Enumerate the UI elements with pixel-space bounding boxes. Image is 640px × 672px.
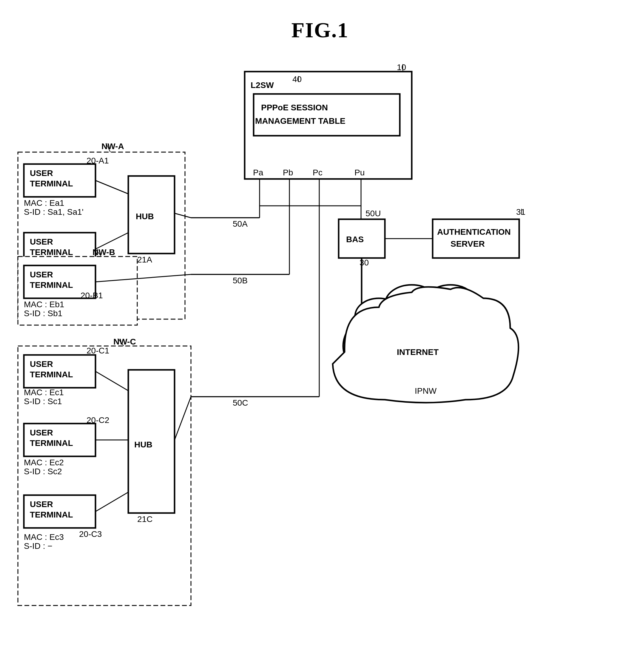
terminal-20c3-mac: MAC : Ec3: [24, 532, 64, 542]
terminal-20b1-label1: USER: [30, 270, 53, 279]
link-50c-label: 50C: [233, 398, 248, 407]
auth-server-id: 31: [516, 207, 525, 217]
nw-c-label: NW-C: [113, 337, 136, 346]
terminal-20c2-label2: TERMINAL: [30, 438, 73, 448]
internet-cloud: INTERNET IPNW: [333, 285, 519, 403]
terminal-20b1-label2: TERMINAL: [30, 280, 73, 290]
link-50b-label: 50B: [233, 276, 248, 285]
page-title: FIG.1: [0, 0, 640, 43]
terminal-20c3-sid: S-ID : −: [24, 541, 53, 551]
terminal-20c2-sid: S-ID : Sc2: [24, 467, 62, 476]
port-pu: Pu: [354, 168, 365, 177]
terminal-20c1-label1: USER: [30, 360, 53, 369]
terminal-20b1-mac: MAC : Eb1: [24, 300, 64, 309]
nw-a-label: NW-A: [101, 142, 124, 151]
link-50a-label: 50A: [233, 219, 248, 229]
terminal-20c3-id: 20-C3: [79, 529, 102, 539]
auth-server-box: [433, 219, 519, 258]
hub-c-id: 21C: [137, 514, 152, 524]
terminal-20c1-sid: S-ID : Sc1: [24, 397, 62, 406]
terminal-20a1-label2: TERMINAL: [30, 179, 73, 188]
terminal-20c1-mac: MAC : Ec1: [24, 388, 64, 397]
internet-label: INTERNET: [397, 348, 439, 357]
terminal-20a1-label1: USER: [30, 169, 53, 178]
terminal-20c3-label2: TERMINAL: [30, 510, 73, 519]
terminal-20c2-mac: MAC : Ec2: [24, 458, 64, 467]
hub-a-label: HUB: [136, 212, 154, 221]
pppoe-label2: MANAGEMENT TABLE: [255, 116, 346, 126]
terminal-20b1-id: 20-B1: [81, 291, 103, 300]
terminal-20c1-id: 20-C1: [87, 346, 109, 355]
port-pc: Pc: [313, 168, 322, 177]
terminal-20b1-sid: S-ID : Sb1: [24, 309, 62, 318]
terminal-20a1-mac: MAC : Ea1: [24, 198, 64, 208]
terminal-20c3-label1: USER: [30, 500, 53, 509]
l2sw-outer-id: 10: [397, 63, 406, 72]
terminal-20c1-label2: TERMINAL: [30, 370, 73, 379]
pppoe-table-box: [253, 94, 400, 136]
port-pa: Pa: [253, 168, 263, 177]
terminal-20a2-label1: USER: [30, 237, 53, 246]
auth-label2: SERVER: [451, 239, 485, 248]
port-pb: Pb: [283, 168, 293, 177]
pppoe-label1: PPPoE SESSION: [261, 103, 328, 112]
auth-label1: AUTHENTICATION: [437, 227, 511, 236]
l2sw-id: 40: [292, 75, 302, 84]
l2sw-label: L2SW: [251, 81, 274, 90]
terminal-20a1-sid: S-ID : Sa1, Sa1': [24, 207, 84, 217]
terminal-20c2-id: 20-C2: [87, 415, 109, 425]
terminal-20a2-label2: TERMINAL: [30, 248, 73, 257]
nw-b-label: NW-B: [92, 248, 115, 257]
terminal-20a1-id: 20-A1: [87, 156, 109, 165]
terminal-20c2-label1: USER: [30, 428, 53, 437]
bas-label: BAS: [346, 235, 364, 244]
hub-a-id: 21A: [137, 255, 152, 264]
hub-c-label: HUB: [134, 440, 152, 449]
ipnw-label: IPNW: [415, 386, 437, 395]
link-50u-label: 50U: [365, 209, 381, 218]
